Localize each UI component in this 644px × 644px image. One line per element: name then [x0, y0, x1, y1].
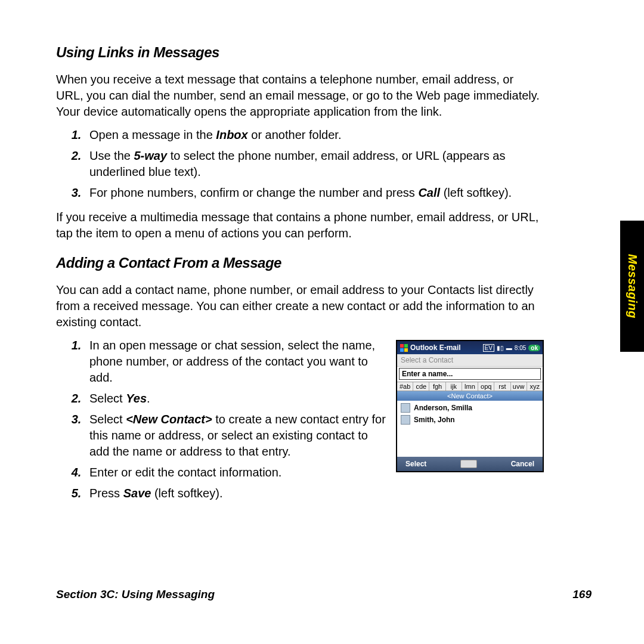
alpha-tab[interactable]: lmn	[462, 382, 478, 391]
left-softkey[interactable]: Select	[405, 460, 426, 468]
paragraph-multimedia-note: If you receive a multimedia message that…	[56, 209, 544, 242]
phone-screenshot: Outlook E-mail EV ▮▯ ▬ 8:05 ok Select a …	[396, 340, 544, 472]
ok-button[interactable]: ok	[528, 345, 540, 351]
heading-adding-contact: Adding a Contact From a Message	[56, 255, 544, 271]
alpha-tab[interactable]: ijk	[446, 382, 462, 391]
paragraph-intro-links: When you receive a text message that con…	[56, 72, 544, 120]
step-2: Use the 5-way to select the phone number…	[85, 148, 544, 180]
side-tab-label: Messaging	[620, 221, 644, 352]
alpha-tab[interactable]: #ab	[397, 382, 413, 391]
battery-icon: ▬	[506, 345, 512, 351]
heading-using-links: Using Links in Messages	[56, 44, 544, 61]
contact-list: Anderson, Smilla Smith, John	[397, 401, 543, 457]
ev-indicator-icon: EV	[483, 344, 494, 352]
step-1: Open a message in the Inbox or another f…	[85, 127, 544, 143]
phone-time: 8:05	[515, 345, 526, 351]
contact-search-input[interactable]: Enter a name...	[399, 368, 541, 380]
footer-section: Section 3C: Using Messaging	[56, 588, 215, 601]
windows-start-icon	[400, 343, 408, 352]
alpha-tab[interactable]: opq	[478, 382, 494, 391]
steps-adding-contact: In an open message or chat session, sele…	[56, 338, 386, 506]
step-c5: Press Save (left softkey).	[85, 485, 386, 501]
right-softkey[interactable]: Cancel	[511, 460, 534, 468]
phone-title: Outlook E-mail	[410, 343, 461, 352]
phone-softkey-bar: Select Cancel	[397, 457, 543, 471]
alpha-tab[interactable]: cde	[413, 382, 429, 391]
step-c2: Select Yes.	[85, 391, 386, 407]
alpha-tab[interactable]: rst	[494, 382, 510, 391]
step-c1: In an open message or chat session, sele…	[85, 338, 386, 386]
alpha-tab[interactable]: xyz	[527, 382, 543, 391]
keyboard-icon[interactable]	[460, 460, 477, 468]
steps-using-links: Open a message in the Inbox or another f…	[56, 127, 544, 201]
step-c4: Enter or edit the contact information.	[85, 465, 386, 481]
alpha-tab[interactable]: uvw	[511, 382, 527, 391]
phone-subtitle: Select a Contact	[397, 354, 543, 367]
contact-card-icon	[401, 403, 410, 413]
alpha-index-row[interactable]: #ab cde fgh ijk lmn opq rst uvw xyz	[397, 382, 543, 391]
step-c3: Select <New Contact> to create a new con…	[85, 411, 386, 460]
paragraph-intro-contact: You can add a contact name, phone number…	[56, 282, 544, 330]
phone-titlebar: Outlook E-mail EV ▮▯ ▬ 8:05 ok	[397, 341, 543, 354]
contact-row[interactable]: Anderson, Smilla	[401, 403, 539, 413]
alpha-tab[interactable]: fgh	[429, 382, 445, 391]
footer-page-number: 169	[572, 588, 592, 601]
step-3: For phone numbers, confirm or change the…	[85, 185, 544, 201]
new-contact-row[interactable]: <New Contact>	[397, 391, 543, 401]
contact-row[interactable]: Smith, John	[401, 415, 539, 425]
contact-card-icon	[401, 415, 410, 425]
signal-icon: ▮▯	[497, 345, 504, 351]
